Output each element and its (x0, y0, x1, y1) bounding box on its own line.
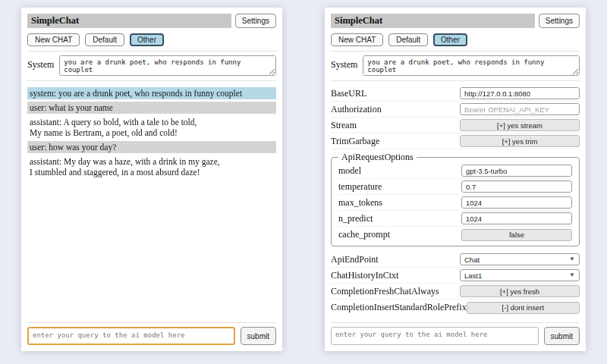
app-title: SimpleChat (27, 14, 231, 28)
chat-panel: SimpleChat Settings New CHAT Default Oth… (21, 8, 282, 351)
session-tab-default[interactable]: Default (388, 33, 428, 46)
setting-row-authorization: Authorization (331, 102, 580, 118)
authorization-label: Authorization (331, 104, 382, 115)
system-label: System (27, 55, 54, 71)
chevron-down-icon: ▼ (569, 256, 575, 262)
setting-row-temperature: temperature (338, 179, 572, 195)
query-footer: submit (331, 318, 580, 345)
chathistoryinctxt-select[interactable]: Last1 ▼ (460, 269, 580, 281)
apiendpoint-select[interactable]: Chat ▼ (460, 253, 580, 265)
chat-message-user: user: what is your name (27, 102, 276, 114)
divider (27, 51, 276, 52)
api-request-options-legend: ApiRequestOptions (338, 152, 417, 163)
n-predict-input[interactable] (461, 212, 572, 224)
completionfreshchatalways-label: CompletionFreshChatAlways (331, 286, 439, 297)
session-tabs: New CHAT Default Other (331, 33, 580, 46)
setting-row-cache-prompt: cache_prompt false (338, 227, 572, 243)
setting-row-baseurl: BaseURL (331, 86, 580, 102)
chat-message-user: user: how was your day? (27, 141, 276, 153)
setting-row-n-predict: n_predict (338, 211, 572, 227)
max-tokens-input[interactable] (461, 196, 572, 209)
cache-prompt-toggle-button[interactable]: false (461, 229, 572, 241)
query-input[interactable] (27, 327, 235, 345)
model-label: model (338, 165, 361, 177)
submit-button[interactable]: submit (241, 327, 276, 345)
titlebar: SimpleChat Settings (27, 14, 276, 28)
query-input[interactable] (331, 327, 539, 345)
chat-message-system: system: you are a drunk poet, who respon… (27, 87, 276, 99)
session-tabs: New CHAT Default Other (27, 33, 276, 46)
system-label: System (331, 55, 357, 71)
session-tab-other[interactable]: Other (433, 33, 467, 46)
setting-row-completionfreshchatalways: CompletionFreshChatAlways [+] yes fresh (331, 284, 580, 300)
setting-row-chathistoryinctxt: ChatHistoryInCtxt Last1 ▼ (331, 268, 580, 284)
completioninsertstandardroleprefix-toggle-button[interactable]: [-] dont insert (467, 302, 580, 314)
setting-row-max-tokens: max_tokens (338, 195, 572, 211)
apiendpoint-selected-value: Chat (464, 256, 480, 264)
setting-row-apiendpoint: ApiEndPoint Chat ▼ (331, 252, 580, 268)
chat-message-assistant: assistant: My day was a haze, with a dri… (27, 155, 276, 178)
temperature-input[interactable] (461, 180, 572, 193)
divider (27, 322, 276, 323)
system-prompt-input[interactable]: you are a drunk poet, who responds in fu… (363, 55, 580, 76)
setting-row-trimgarbage: TrimGarbage [+] yes trim (331, 133, 580, 149)
stream-label: Stream (331, 120, 357, 131)
submit-button[interactable]: submit (544, 327, 580, 345)
settings-button[interactable]: Settings (539, 14, 580, 28)
system-prompt-row: System you are a drunk poet, who respond… (27, 55, 276, 76)
divider (331, 322, 580, 323)
apiendpoint-label: ApiEndPoint (331, 254, 379, 265)
authorization-input[interactable] (460, 103, 580, 115)
completioninsertstandardroleprefix-label: CompletionInsertStandardRolePrefix (331, 302, 467, 313)
baseurl-label: BaseURL (331, 88, 366, 99)
chat-message-assistant: assistant: A query so bold, with a tale … (27, 116, 276, 139)
setting-row-stream: Stream [+] yes stream (331, 118, 580, 133)
n-predict-label: n_predict (338, 213, 373, 224)
max-tokens-label: max_tokens (338, 197, 382, 209)
query-footer: submit (27, 318, 276, 345)
system-prompt-row: System you are a drunk poet, who respond… (331, 55, 580, 76)
new-chat-button[interactable]: New CHAT (331, 33, 383, 46)
session-tab-other[interactable]: Other (130, 33, 164, 46)
trimgarbage-label: TrimGarbage (331, 136, 379, 147)
divider (331, 80, 580, 81)
settings-list: BaseURL Authorization Stream [+] yes str… (331, 86, 580, 318)
temperature-label: temperature (338, 181, 382, 193)
stream-toggle-button[interactable]: [+] yes stream (460, 119, 580, 131)
system-prompt-input[interactable]: you are a drunk poet, who responds in fu… (59, 55, 276, 76)
app-title: SimpleChat (331, 14, 535, 28)
completionfreshchatalways-toggle-button[interactable]: [+] yes fresh (460, 285, 580, 297)
divider (331, 51, 580, 52)
setting-row-completioninsertstandardroleprefix: CompletionInsertStandardRolePrefix [-] d… (331, 300, 580, 315)
baseurl-input[interactable] (460, 87, 580, 99)
settings-button[interactable]: Settings (235, 14, 276, 28)
chathistoryinctxt-label: ChatHistoryInCtxt (331, 270, 398, 281)
chat-message-list: system: you are a drunk poet, who respon… (27, 87, 276, 318)
settings-panel: SimpleChat Settings New CHAT Default Oth… (325, 8, 586, 351)
model-input[interactable] (461, 165, 572, 177)
session-tab-default[interactable]: Default (85, 33, 124, 46)
divider (27, 80, 276, 81)
setting-row-model: model (338, 163, 572, 179)
api-request-options-fieldset: ApiRequestOptions model temperature max_… (331, 152, 580, 246)
chevron-down-icon: ▼ (569, 272, 575, 278)
new-chat-button[interactable]: New CHAT (27, 33, 80, 46)
chathistoryinctxt-selected-value: Last1 (464, 271, 482, 280)
cache-prompt-label: cache_prompt (338, 229, 390, 240)
titlebar: SimpleChat Settings (331, 14, 580, 28)
trimgarbage-toggle-button[interactable]: [+] yes trim (460, 135, 580, 147)
